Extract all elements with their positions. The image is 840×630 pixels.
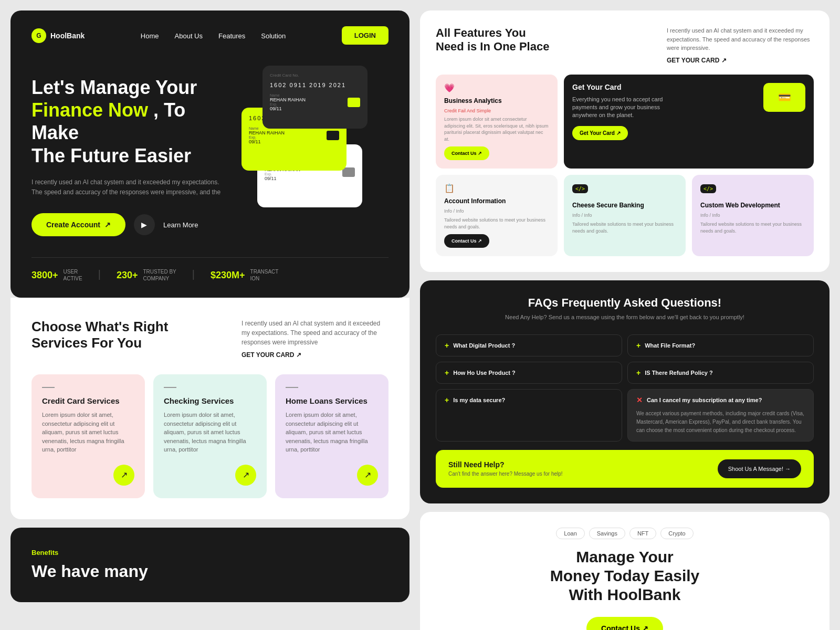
logo-icon: G [32, 28, 46, 43]
hero-buttons: Create Account ↗ ▶ Learn More [32, 213, 231, 236]
faq-answer-5: We accept various payment methods, inclu… [636, 410, 805, 435]
services-title: Choose What's RightServices For You [32, 319, 168, 351]
services-desc: I recently used an AI chat system and it… [242, 319, 388, 359]
all-features-get-card[interactable]: GET YOUR CARD ↗ [667, 57, 814, 64]
nav-solution[interactable]: Solution [261, 32, 286, 40]
stat-trusted-label: TRUSTED BYCOMPANY [143, 268, 176, 282]
account-btn[interactable]: Contact Us ↗ [444, 234, 489, 248]
faq-cta-text: Still Need Help? Can't find the answer h… [448, 460, 563, 477]
web-title: Custom Web Development [700, 202, 805, 209]
secure-desc: Tailored website solutions to meet your … [572, 221, 677, 234]
tag-nft: NFT [629, 528, 656, 539]
secure-title: Cheese Secure Banking [572, 202, 677, 209]
nav-features[interactable]: Features [218, 32, 245, 40]
card-exp-2: 09/11 [249, 139, 285, 144]
analytics-title: Business Analytics [444, 97, 549, 104]
services-section: Choose What's RightServices For You I re… [10, 298, 410, 519]
card-line [286, 387, 298, 388]
card-chip-1 [348, 98, 360, 107]
account-sub: Info / Info [444, 208, 549, 215]
account-icon: 📋 [444, 183, 549, 193]
nav-home[interactable]: Home [141, 32, 159, 40]
service-card-checking: Checking Services Lorem ipsum dolor sit … [153, 374, 267, 498]
shoot-message-button[interactable]: Shoot Us A Message! → [718, 459, 801, 478]
web-sub: Info / Info [700, 212, 805, 219]
get-card-btn[interactable]: Get Your Card ↗ [572, 126, 628, 140]
get-card-link[interactable]: GET YOUR CARD ↗ [242, 351, 388, 359]
service-card-arrow-2[interactable]: ↗ [357, 465, 378, 486]
analytics-sub: Credit Fail And Simple [444, 108, 549, 114]
service-card-loans: Home Loans Services Lorem ipsum dolor si… [275, 374, 388, 498]
web-icon: </> [700, 184, 716, 193]
faq-item-4[interactable]: +Is my data secure? [436, 389, 622, 442]
account-title: Account Information [444, 197, 549, 205]
faq-grid: +What Digital Product ? +What File Forma… [436, 334, 814, 442]
logo: G HoolBank [32, 28, 85, 43]
hero-title-highlight: Finance Now [32, 99, 148, 121]
faq-section: FAQs Frequently Asked Questions! Need An… [420, 280, 830, 503]
service-card-arrow-1[interactable]: ↗ [235, 465, 256, 486]
all-features-right: I recently used an AI chat system and it… [667, 26, 814, 64]
service-card-desc-0: Lorem ipsum dolor sit amet, consectetur … [42, 411, 134, 454]
nav-links: Home About Us Features Solution [141, 31, 286, 40]
feature-card-analytics: 💗 Business Analytics Credit Fail And Sim… [436, 75, 558, 169]
service-card-desc-2: Lorem ipsum dolor sit amet, consectetur … [286, 411, 378, 454]
nav-about[interactable]: About Us [175, 32, 203, 40]
card-line [164, 387, 176, 388]
analytics-btn[interactable]: Contact Us ↗ [444, 146, 489, 160]
stat-users-num: 3800+ [32, 270, 58, 281]
card-name-2: REHAN RAIHAN [249, 130, 285, 135]
hero-title: Let's Manage Your Finance Now , To Make … [32, 76, 231, 167]
stat-divider-1: | [98, 268, 101, 282]
stat-trusted-num: 230+ [117, 270, 138, 281]
service-cards: Credit Card Services Lorem ipsum dolor s… [32, 374, 388, 498]
feature-card-account: 📋 Account Information Info / Info Tailor… [436, 175, 558, 256]
feature-card-web: </> Custom Web Development Info / Info T… [692, 175, 814, 256]
stat-trusted: 230+ TRUSTED BYCOMPANY [117, 268, 176, 282]
card-label: Credit Card No. [270, 73, 360, 78]
service-card-arrow-0[interactable]: ↗ [113, 465, 134, 486]
play-button[interactable]: ▶ [134, 214, 155, 235]
hero-section: G HoolBank Home About Us Features Soluti… [10, 10, 410, 298]
faq-cta: Still Need Help? Can't find the answer h… [436, 450, 814, 488]
stat-transaction-label: TRANSACTION [250, 268, 279, 282]
web-desc: Tailored website solutions to meet your … [700, 221, 805, 234]
service-card-title-2: Home Loans Services [286, 396, 378, 405]
hero-text: Let's Manage Your Finance Now , To Make … [32, 76, 231, 236]
benefits-section: Benefits We have many [10, 528, 410, 602]
hero-content: Let's Manage Your Finance Now , To Make … [32, 76, 388, 236]
analytics-icon: 💗 [444, 83, 549, 93]
card-exp-3: 09/11 [265, 176, 300, 181]
cards-visual: Credit Card No. 1602 0911 2019 2021 Name… [242, 66, 388, 202]
faq-item-3[interactable]: +IS There Refund Policy ? [627, 362, 814, 384]
service-card-title-1: Checking Services [164, 396, 256, 405]
manage-money-section: Loan Savings NFT Crypto Manage YourMoney… [420, 512, 830, 630]
benefits-title: We have many [32, 562, 388, 581]
stat-transaction-num: $230M+ [211, 270, 245, 281]
secure-sub: Info / Info [572, 212, 677, 219]
feature-card-get-card: Get Your Card Everything you need to acc… [564, 75, 814, 169]
login-button[interactable]: LOGIN [342, 26, 388, 45]
faq-item-5[interactable]: ✕Can I cancel my subscription at any tim… [627, 389, 814, 442]
get-card-desc: Everything you need to accept card payme… [572, 96, 677, 120]
faq-item-2[interactable]: +How Ho Use Product ? [436, 362, 622, 384]
tag-savings: Savings [589, 528, 625, 539]
learn-more-text: Learn More [163, 221, 198, 229]
logo-text: HoolBank [50, 32, 85, 40]
account-desc: Tailored website solutions to meet your … [444, 217, 549, 230]
analytics-desc: Lorem ipsum dolor sit amet consectetur a… [444, 116, 549, 142]
all-features-section: All Features YouNeed is In One Place I r… [420, 10, 830, 272]
card-chip-2 [327, 131, 339, 140]
hero-title-start: Let's Manage Your [32, 77, 197, 98]
create-account-button[interactable]: Create Account ↗ [32, 213, 125, 236]
hero-desc: I recently used an AI chat system and it… [32, 177, 231, 197]
service-card-credit: Credit Card Services Lorem ipsum dolor s… [32, 374, 145, 498]
contact-us-button[interactable]: Contact Us ↗ [586, 617, 663, 630]
feature-card-secure: </> Cheese Secure Banking Info / Info Ta… [564, 175, 686, 256]
faq-item-1[interactable]: +What File Format? [627, 334, 814, 356]
faq-item-0[interactable]: +What Digital Product ? [436, 334, 622, 356]
card-name-1: REHAN RAIHAN [270, 97, 306, 102]
feature-cards-grid: 💗 Business Analytics Credit Fail And Sim… [436, 75, 814, 257]
get-card-title: Get Your Card [572, 83, 677, 91]
faq-cta-desc: Can't find the answer here? Message us f… [448, 471, 563, 477]
